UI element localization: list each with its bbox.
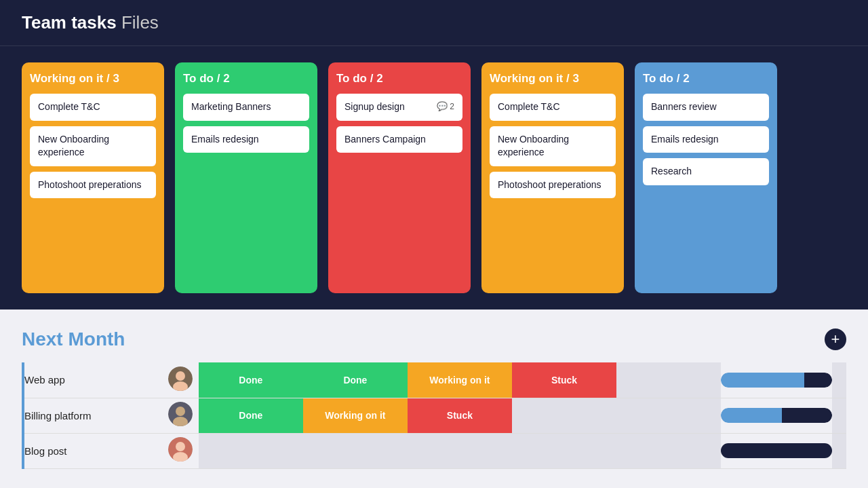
timeline-status-cell[interactable] [512,433,616,468]
timeline-table: Web app DoneDoneWorking on itStuck Billi… [22,362,846,469]
timeline-status-cell[interactable]: Done [199,362,303,398]
overflow-cell [832,433,846,468]
task-card[interactable]: Photoshoot preperations [490,172,616,199]
timeline-row: Billing platform DoneWorking on itStuck [23,398,846,433]
task-card[interactable]: Emails redesign [183,126,309,153]
task-card-text: Emails redesign [651,133,719,147]
page-title: Team tasks Files [22,12,846,33]
task-card-text: Photoshoot preperations [38,179,142,192]
row-avatar [162,398,198,433]
task-card[interactable]: Complete T&C [490,94,616,121]
avatar [168,367,193,391]
timeline-row: Blog post [23,433,846,468]
avatar-svg [168,367,193,391]
task-card[interactable]: Emails redesign [643,126,769,153]
timeline-status-cell[interactable] [616,433,721,468]
task-card[interactable]: Banners review [643,94,769,121]
task-card-text: New Onboarding experience [498,133,608,159]
timeline-header: Next Month + [22,329,846,350]
timeline-status-cell[interactable]: Working on it [408,362,512,398]
task-card-text: Research [651,165,692,179]
comment-icon: 💬 [437,100,448,113]
progress-bar [721,443,832,458]
task-card[interactable]: Research [643,158,769,185]
task-card-text: Banners Campaign [344,133,426,147]
column-header-2: To do / 2 [183,72,309,86]
task-card[interactable]: Photoshoot preperations [30,172,156,199]
row-name: Web app [23,362,162,398]
task-card[interactable]: Complete T&C [30,94,156,121]
svg-point-1 [176,371,185,381]
comment-badge: 💬2 [437,100,454,113]
task-card-text: Photoshoot preperations [498,179,601,192]
task-card-text: New Onboarding experience [38,133,148,159]
header: Team tasks Files [0,0,868,46]
kanban-section: Working on it / 3Complete T&CNew Onboard… [0,46,868,309]
overflow-cell [832,362,846,398]
timeline-status-cell[interactable] [199,433,303,468]
timeline-status-cell[interactable] [616,362,721,398]
add-row-button[interactable]: + [825,329,846,350]
task-card[interactable]: Banners Campaign [336,126,462,153]
title-sub: Files [121,12,159,33]
svg-point-4 [176,407,185,416]
timeline-status-cell[interactable]: Stuck [512,362,616,398]
progress-cell [721,362,832,398]
progress-bar [721,408,832,423]
avatar [168,437,193,462]
timeline-status-cell[interactable]: Stuck [408,398,512,433]
progress-bg [782,408,832,423]
progress-fill [721,373,804,388]
column-header-4: Working on it / 3 [490,72,616,86]
timeline-section: Next Month + Web app DoneDoneWorking on … [0,309,868,488]
row-name: Blog post [23,433,162,468]
progress-fill [721,408,782,423]
avatar-svg [168,437,193,462]
task-card[interactable]: Marketing Banners [183,94,309,121]
task-card-text: Complete T&C [38,100,100,114]
kanban-column-1: Working on it / 3Complete T&CNew Onboard… [22,62,164,293]
progress-bar [721,373,832,388]
kanban-column-2: To do / 2Marketing BannersEmails redesig… [175,62,317,293]
task-card[interactable]: New Onboarding experience [30,126,156,166]
progress-bg [804,373,832,388]
timeline-status-cell[interactable] [303,433,408,468]
kanban-column-4: Working on it / 3Complete T&CNew Onboard… [481,62,624,293]
timeline-status-cell[interactable] [512,398,616,433]
task-card[interactable]: Signup design💬2 [336,94,462,121]
kanban-board: Working on it / 3Complete T&CNew Onboard… [22,62,846,293]
task-card[interactable]: New Onboarding experience [490,126,616,166]
timeline-status-cell[interactable]: Done [303,362,408,398]
column-header-3: To do / 2 [336,72,462,86]
task-card-text: Banners review [651,100,717,114]
row-avatar [162,362,198,398]
column-header-5: To do / 2 [643,72,769,86]
timeline-status-cell[interactable] [408,433,512,468]
task-card-text: Marketing Banners [191,100,271,114]
timeline-row: Web app DoneDoneWorking on itStuck [23,362,846,398]
timeline-title: Next Month [22,329,125,350]
row-name: Billing platform [23,398,162,433]
progress-cell [721,433,832,468]
task-card-text: Signup design [344,100,405,114]
timeline-status-cell[interactable] [616,398,721,433]
overflow-cell [832,398,846,433]
timeline-status-cell[interactable]: Done [199,398,303,433]
avatar [168,402,193,426]
task-card-text: Complete T&C [498,100,560,114]
svg-point-7 [176,442,185,451]
row-avatar [162,433,198,468]
task-card-text: Emails redesign [191,133,259,147]
timeline-status-cell[interactable]: Working on it [303,398,408,433]
column-header-1: Working on it / 3 [30,72,156,86]
progress-cell [721,398,832,433]
kanban-column-3: To do / 2Signup design💬2Banners Campaign [328,62,471,293]
avatar-svg [168,402,193,426]
title-main: Team tasks [22,12,117,33]
kanban-column-5: To do / 2Banners reviewEmails redesignRe… [635,62,777,293]
